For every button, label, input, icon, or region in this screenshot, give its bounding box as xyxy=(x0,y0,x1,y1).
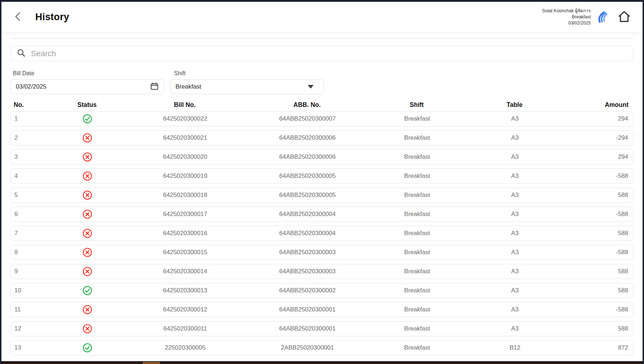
amount-cell: 588 xyxy=(561,268,633,275)
row-number: 7 xyxy=(11,230,54,237)
row-number: 5 xyxy=(11,192,54,199)
void-x-icon xyxy=(82,266,92,277)
table-row[interactable]: 12 6425020300011 64ABB25020300001 Br xyxy=(10,321,634,336)
amount-cell: 588 xyxy=(561,192,633,199)
status-cell xyxy=(54,324,121,334)
table-row[interactable]: 4 6425020300019 64ABB25020300005 Bre xyxy=(10,168,634,184)
void-x-icon xyxy=(82,171,92,181)
status-cell xyxy=(54,209,121,219)
status-cell xyxy=(54,266,121,277)
row-number: 1 xyxy=(11,115,54,122)
header-divider xyxy=(10,38,634,39)
user-info: Sutat Koonchak ผู้จัดการ Breakfast 03/02… xyxy=(542,8,591,26)
shift-value: Breakfast xyxy=(175,83,308,90)
table-row[interactable]: 13 225020300005 2ABB25020300001 Brea xyxy=(10,340,634,355)
col-header-no: No. xyxy=(10,101,54,109)
col-header-bill: Bill No. xyxy=(120,101,249,109)
table-cell: A3 xyxy=(469,211,561,218)
abb-no-cell: 64ABB25020300001 xyxy=(250,325,365,332)
shift-dropdown[interactable]: Breakfast xyxy=(170,79,324,94)
table-row[interactable]: 11 6425020300012 64ABB25020300001 Br xyxy=(10,302,634,317)
bill-no-cell: 6425020300015 xyxy=(121,249,250,256)
row-number: 6 xyxy=(11,211,54,218)
table-row[interactable]: 6 6425020300017 64ABB25020300004 Bre xyxy=(10,207,634,222)
table-cell: A3 xyxy=(469,230,561,237)
bill-no-cell: 6425020300011 xyxy=(121,325,250,332)
table-row[interactable]: 1 6425020300022 64ABB25020300007 Bre xyxy=(10,111,634,126)
chevron-left-icon xyxy=(13,11,23,23)
shift-cell: Breakfast xyxy=(365,287,469,294)
void-x-icon xyxy=(82,324,92,334)
amount-cell: 872 xyxy=(561,344,633,351)
table-row[interactable]: 9 6425020300014 64ABB25020300003 Bre xyxy=(10,264,634,279)
amount-cell: 588 xyxy=(561,230,633,237)
row-number: 12 xyxy=(11,325,54,332)
table-row[interactable]: 10 6425020300013 64ABB25020300002 Br xyxy=(10,283,634,298)
status-cell xyxy=(54,133,121,143)
bill-no-cell: 6425020300016 xyxy=(121,230,250,237)
bill-date-field[interactable]: 03/02/2025 xyxy=(10,79,164,94)
calendar-icon xyxy=(150,82,159,92)
row-number: 13 xyxy=(11,344,54,351)
bill-no-cell: 6425020300013 xyxy=(121,287,250,294)
bill-no-cell: 6425020300022 xyxy=(121,115,250,122)
back-button[interactable] xyxy=(11,10,25,24)
search-icon xyxy=(17,48,26,59)
shift-cell: Breakfast xyxy=(365,306,469,313)
table-row[interactable]: 8 6425020300015 64ABB25020300003 Bre xyxy=(10,245,634,260)
bill-no-cell: 6425020300021 xyxy=(121,134,250,141)
void-x-icon xyxy=(82,247,92,257)
success-check-icon xyxy=(82,114,92,124)
void-x-icon xyxy=(82,133,92,143)
abb-no-cell: 64ABB25020300007 xyxy=(250,115,365,122)
table-cell: B12 xyxy=(469,344,561,351)
user-name: Sutat Koonchak ผู้จัดการ xyxy=(542,8,591,14)
top-bar: History Sutat Koonchak ผู้จัดการ Breakfa… xyxy=(1,2,643,32)
status-cell xyxy=(54,343,121,353)
abb-no-cell: 64ABB25020300003 xyxy=(250,268,365,275)
amount-cell: -588 xyxy=(561,306,633,313)
user-date: 03/02/2025 xyxy=(542,20,591,26)
chevron-down-icon xyxy=(308,85,314,89)
bottom-system-bar xyxy=(1,361,643,364)
shift-cell: Breakfast xyxy=(365,172,469,180)
table-cell: A3 xyxy=(469,172,561,180)
page-title: History xyxy=(35,12,69,23)
table-row[interactable]: 3 6425020300020 64ABB25020300006 Bre xyxy=(10,149,634,165)
status-cell xyxy=(54,114,121,124)
shift-label: Shift xyxy=(170,70,324,77)
table-row[interactable]: 2 6425020300021 64ABB25020300006 Bre xyxy=(10,130,634,145)
void-x-icon xyxy=(82,209,92,219)
abb-no-cell: 64ABB25020300005 xyxy=(250,172,365,180)
bottom-bar-accent xyxy=(143,362,160,364)
amount-cell: -294 xyxy=(561,134,633,141)
bill-no-cell: 6425020300020 xyxy=(121,153,250,161)
search-box[interactable] xyxy=(10,46,634,61)
bill-no-cell: 225020300005 xyxy=(121,344,250,351)
amount-cell: 294 xyxy=(561,153,633,161)
status-cell xyxy=(54,152,121,162)
abb-no-cell: 64ABB25020300004 xyxy=(250,230,365,237)
success-check-icon xyxy=(82,343,92,353)
shift-cell: Breakfast xyxy=(365,211,469,218)
shift-cell: Breakfast xyxy=(365,115,469,122)
table-row[interactable]: 5 6425020300018 64ABB25020300005 Bre xyxy=(10,188,634,203)
search-input[interactable] xyxy=(31,49,627,58)
bill-date-value: 03/02/2025 xyxy=(16,83,150,90)
table-cell: A3 xyxy=(469,287,561,294)
table-header: No. Status Bill No. ABB. No. Shift Table… xyxy=(10,100,634,109)
bill-no-cell: 6425020300014 xyxy=(121,268,250,275)
bill-no-cell: 6425020300012 xyxy=(121,306,250,313)
table-cell: A3 xyxy=(469,153,561,161)
void-x-icon xyxy=(82,228,92,238)
table-cell: A3 xyxy=(469,115,561,122)
amount-cell: 588 xyxy=(561,325,633,332)
amount-cell: 588 xyxy=(561,287,633,294)
table-row[interactable]: 7 6425020300016 64ABB25020300004 Bre xyxy=(10,226,634,241)
bill-no-cell: 6425020300019 xyxy=(121,172,250,180)
bill-date-label: Bill Date xyxy=(10,70,164,77)
home-button[interactable] xyxy=(617,9,632,25)
user-shift: Breakfast xyxy=(542,14,591,20)
bill-no-cell: 6425020300018 xyxy=(121,192,250,199)
col-header-status: Status xyxy=(54,101,120,109)
